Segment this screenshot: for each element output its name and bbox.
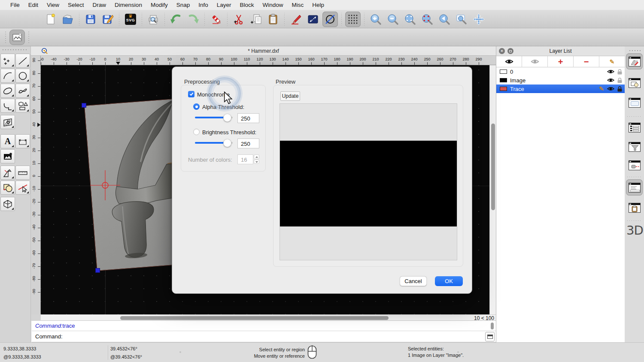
text-tool-button[interactable]: A <box>0 134 15 148</box>
layer-list-panel-button[interactable] <box>626 53 643 69</box>
toolbar-drag-handle[interactable] <box>5 31 6 44</box>
eye-icon[interactable] <box>607 69 614 74</box>
toolbar-drag-handle[interactable] <box>28 31 30 44</box>
polyline-tool-button[interactable] <box>0 99 15 113</box>
delete-button[interactable] <box>208 12 224 27</box>
draw-pencil-button[interactable] <box>288 12 304 27</box>
command-line-panel-button[interactable] <box>626 179 643 196</box>
paste-button[interactable] <box>265 12 281 27</box>
layer-row-image[interactable]: Image <box>496 76 625 84</box>
laser-projection-panel-button[interactable] <box>626 157 643 173</box>
layer-color-swatch[interactable] <box>500 87 507 91</box>
auto-zoom-button[interactable] <box>402 12 418 27</box>
command-panel-button[interactable] <box>485 332 495 341</box>
show-all-layers-button[interactable] <box>496 56 522 67</box>
pan-button[interactable] <box>471 12 486 27</box>
lock-icon[interactable] <box>617 78 622 83</box>
menu-item-snap[interactable]: Snap <box>172 2 194 8</box>
property-editor-panel-button[interactable] <box>626 119 643 136</box>
menu-item-info[interactable]: Info <box>194 2 213 8</box>
close-icon[interactable]: ✕ <box>499 48 505 54</box>
3d-toolbar-label[interactable]: 3D <box>626 223 643 238</box>
selection-handle[interactable] <box>95 268 100 273</box>
block-list-panel-button[interactable] <box>626 75 643 91</box>
layer-color-swatch[interactable] <box>500 78 507 82</box>
zoom-out-button[interactable] <box>385 12 401 27</box>
lock-icon[interactable] <box>617 86 622 92</box>
hatch-tool-button[interactable] <box>0 115 15 129</box>
horizontal-scrollbar-thumb[interactable] <box>120 316 389 320</box>
arc-tool-button[interactable] <box>0 69 15 83</box>
edit-layer-button[interactable]: ✎ <box>599 56 625 67</box>
cancel-button[interactable]: Cancel <box>400 276 427 286</box>
image-tool-button[interactable] <box>9 30 25 45</box>
selection-handle[interactable] <box>82 103 86 108</box>
save-button[interactable] <box>83 12 98 27</box>
menu-item-block[interactable]: Block <box>236 2 258 8</box>
layer-row-0[interactable]: 0 <box>496 67 625 76</box>
menu-item-layer[interactable]: Layer <box>213 2 236 8</box>
alpha-threshold-value[interactable] <box>237 113 259 123</box>
horizontal-scrollbar[interactable]: 10 < 100 <box>41 314 496 321</box>
menu-item-view[interactable]: View <box>43 2 64 8</box>
brightness-threshold-radio[interactable] <box>193 129 200 135</box>
save-as-button[interactable] <box>100 12 115 27</box>
spline-tool-button[interactable] <box>15 84 30 98</box>
redo-button[interactable] <box>185 12 201 27</box>
eye-icon[interactable] <box>607 78 614 83</box>
lock-icon[interactable] <box>617 69 622 75</box>
undo-button[interactable] <box>168 12 184 27</box>
3d-box-button[interactable] <box>0 197 15 211</box>
shapes-tool-button[interactable] <box>15 99 30 113</box>
palette-drag-handle[interactable] <box>2 49 28 51</box>
hide-all-layers-button[interactable] <box>522 56 548 67</box>
menu-item-dimension[interactable]: Dimension <box>110 2 146 8</box>
brightness-threshold-slider[interactable] <box>195 142 233 144</box>
zoom-previous-button[interactable] <box>437 12 452 27</box>
library-browser-panel-button[interactable] <box>626 94 643 111</box>
new-file-button[interactable] <box>43 12 58 27</box>
point-tool-button[interactable] <box>0 54 15 68</box>
zoom-window-button[interactable] <box>454 12 469 27</box>
print-preview-button[interactable] <box>146 12 161 27</box>
open-file-button[interactable] <box>60 12 76 27</box>
svg-export-button[interactable]: ♛ SVG <box>123 12 138 27</box>
restrict-ortho-button[interactable] <box>322 12 338 27</box>
grid-toggle-button[interactable] <box>345 12 361 27</box>
line-tool-button[interactable] <box>15 54 30 68</box>
copy-button[interactable] <box>248 12 264 27</box>
vertical-scrollbar-thumb[interactable] <box>491 124 495 210</box>
image-insert-button[interactable] <box>0 149 15 163</box>
vertical-scrollbar[interactable] <box>489 65 496 314</box>
menu-item-edit[interactable]: Edit <box>24 2 43 8</box>
menu-item-draw[interactable]: Draw <box>88 2 111 8</box>
menu-item-window[interactable]: Window <box>258 2 288 8</box>
brightness-slider-thumb[interactable] <box>223 139 231 147</box>
history-scrollbar-thumb[interactable] <box>491 323 494 329</box>
zoom-selection-button[interactable] <box>419 12 435 27</box>
ok-button[interactable]: OK <box>435 276 463 286</box>
menu-item-help[interactable]: Help <box>308 2 328 8</box>
command-input[interactable] <box>63 332 485 341</box>
measure-tool-button[interactable] <box>15 166 30 180</box>
menu-item-modify[interactable]: Modify <box>146 2 172 8</box>
zoom-in-button[interactable] <box>368 12 383 27</box>
monochrome-checkbox[interactable] <box>188 91 194 97</box>
ellipse-tool-button[interactable] <box>0 84 15 98</box>
add-layer-button[interactable]: + <box>548 56 574 67</box>
float-panel-icon[interactable] <box>507 48 513 54</box>
dimension-tool-palette-button[interactable] <box>15 134 30 148</box>
clipboard-panel-button[interactable] <box>626 199 643 216</box>
circle-tool-button[interactable] <box>15 69 30 83</box>
menu-item-select[interactable]: Select <box>64 2 88 8</box>
toolbar-drag-handle[interactable] <box>629 50 641 51</box>
remove-layer-button[interactable]: − <box>574 56 599 67</box>
brightness-threshold-value[interactable] <box>237 139 259 148</box>
layer-color-swatch[interactable] <box>500 69 507 74</box>
selection-filter-panel-button[interactable] <box>626 139 643 155</box>
dimension-tool-button[interactable] <box>305 12 321 27</box>
modify-tools-button[interactable] <box>0 181 15 195</box>
layer-row-trace[interactable]: Trace✎ <box>496 84 625 93</box>
alpha-threshold-slider[interactable] <box>195 117 233 118</box>
update-button[interactable]: Update <box>280 91 300 101</box>
